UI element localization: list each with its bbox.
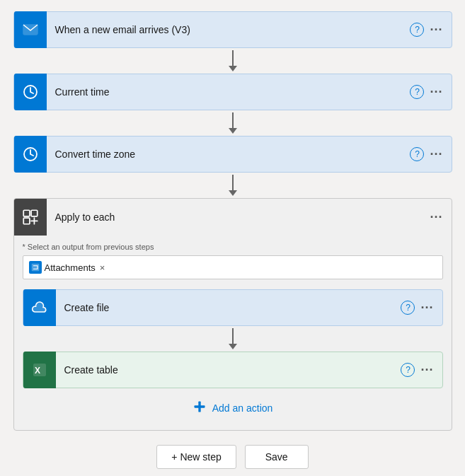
step-actions-2: ? ··· [410, 85, 442, 100]
help-button-convert-timezone[interactable]: ? [410, 147, 424, 161]
arrow-head-3 [229, 190, 237, 196]
tag-icon [29, 261, 42, 274]
arrow-head-inner [229, 344, 237, 349]
more-button-apply[interactable]: ··· [430, 210, 442, 225]
help-button-current-time[interactable]: ? [410, 85, 424, 99]
apply-body: * Select an output from previous steps A… [14, 236, 452, 282]
step-label-email: When a new email arrives (V3) [55, 24, 411, 35]
arrow-connector-1 [229, 48, 237, 74]
step-label-create-table: Create table [64, 364, 401, 376]
step-actions-3: ? ··· [410, 147, 442, 162]
step-label-current-time: Current time [55, 86, 411, 98]
step-actions: ? ··· [410, 23, 442, 37]
arrow-line-3 [232, 175, 234, 190]
svg-rect-4 [31, 210, 38, 216]
svg-rect-3 [23, 210, 30, 216]
step-create-file[interactable]: Create file ? ··· [23, 289, 443, 326]
more-button-email[interactable]: ··· [430, 23, 442, 37]
bottom-bar: + New step Save [156, 445, 308, 469]
svg-text:X: X [35, 366, 40, 376]
arrow-line-inner [232, 328, 234, 344]
step-when-email[interactable]: When a new email arrives (V3) ? ··· [13, 11, 452, 48]
more-button-create-table[interactable]: ··· [420, 363, 433, 378]
inner-step-actions-1: ? ··· [401, 301, 433, 315]
select-output-label: * Select an output from previous steps [23, 243, 443, 251]
apply-actions: ··· [430, 210, 442, 225]
help-button-create-table[interactable]: ? [401, 363, 415, 377]
save-button[interactable]: Save [245, 445, 309, 469]
arrow-head [229, 66, 237, 71]
help-button-email[interactable]: ? [410, 23, 424, 37]
step-current-time[interactable]: Current time ? ··· [13, 74, 452, 110]
inner-steps: Create file ? ··· X Create [14, 282, 452, 388]
apply-icon [14, 199, 47, 236]
arrow-connector-2 [229, 110, 237, 136]
clock-icon-2 [14, 136, 47, 173]
tag-close-button[interactable]: × [100, 262, 105, 273]
step-label-create-file: Create file [64, 302, 401, 313]
tag-input[interactable]: Attachments × [23, 255, 443, 279]
more-button-convert-timezone[interactable]: ··· [430, 147, 442, 162]
tag-label: Attachments [45, 262, 96, 273]
add-action-area: Add an action [14, 388, 452, 422]
apply-to-each-container: Apply to each ··· * Select an output fro… [13, 198, 452, 431]
more-button-create-file[interactable]: ··· [420, 301, 433, 315]
flow-container: When a new email arrives (V3) ? ··· Curr… [13, 11, 452, 469]
add-action-label: Add an action [212, 402, 273, 414]
apply-to-each-header[interactable]: Apply to each ··· [14, 199, 452, 236]
attachment-tag: Attachments × [29, 261, 105, 274]
cloud-icon [23, 289, 56, 326]
excel-icon: X [23, 352, 56, 388]
step-label-convert-timezone: Convert time zone [55, 149, 411, 160]
arrow-line [232, 50, 234, 66]
arrow-line-2 [232, 112, 234, 128]
arrow-head-2 [229, 128, 237, 134]
arrow-connector-inner [229, 326, 237, 352]
svg-rect-5 [23, 218, 30, 224]
inner-step-actions-2: ? ··· [401, 363, 433, 378]
step-create-table[interactable]: X Create table ? ··· [23, 352, 443, 388]
help-button-create-file[interactable]: ? [401, 301, 415, 315]
svg-rect-10 [198, 402, 200, 412]
clock-icon-1 [14, 74, 47, 110]
add-action-icon [193, 400, 207, 416]
new-step-button[interactable]: + New step [156, 445, 236, 469]
arrow-connector-3 [229, 173, 237, 198]
email-icon [14, 11, 47, 48]
svg-rect-6 [31, 264, 39, 272]
step-convert-timezone[interactable]: Convert time zone ? ··· [13, 136, 452, 173]
apply-to-each-label: Apply to each [55, 211, 430, 223]
more-button-current-time[interactable]: ··· [430, 85, 442, 100]
add-action-button[interactable]: Add an action [183, 395, 283, 420]
